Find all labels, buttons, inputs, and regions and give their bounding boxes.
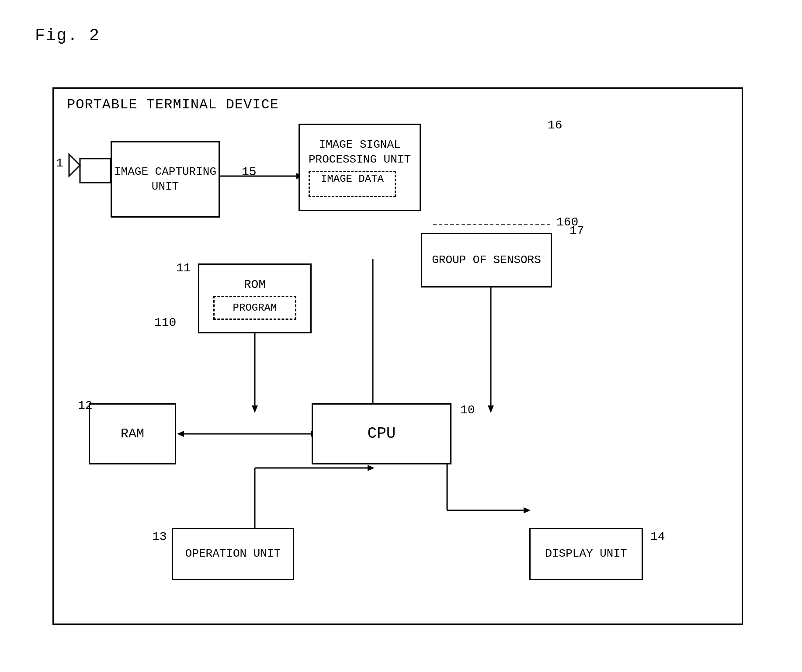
- rom-block: ROM PROGRAM: [198, 263, 312, 333]
- ref-11: 11: [176, 261, 191, 275]
- svg-marker-20: [69, 154, 80, 176]
- image-data-block: IMAGE DATA: [309, 171, 396, 197]
- ref-1: 1: [56, 156, 63, 170]
- ref-12: 12: [78, 399, 93, 412]
- program-block: PROGRAM: [213, 296, 296, 320]
- fig-label: Fig. 2: [35, 26, 100, 45]
- ref-16: 16: [548, 118, 562, 132]
- display-unit-block: DISPLAY UNIT: [529, 528, 643, 580]
- svg-marker-13: [368, 465, 375, 471]
- ref-110: 110: [154, 316, 176, 329]
- ref-17: 17: [569, 224, 584, 238]
- ref-15: 15: [242, 165, 257, 179]
- svg-marker-16: [524, 507, 531, 513]
- svg-marker-9: [177, 431, 184, 437]
- camera-icon: [67, 150, 115, 189]
- ref-13: 13: [152, 530, 167, 544]
- isp-label: IMAGE SIGNAL PROCESSING UNIT: [309, 138, 411, 167]
- image-signal-processing-block: IMAGE SIGNAL PROCESSING UNIT IMAGE DATA: [299, 124, 421, 211]
- ptd-label: PORTABLE TERMINAL DEVICE: [67, 97, 279, 113]
- ref-14: 14: [650, 530, 665, 544]
- main-container: PORTABLE TERMINAL DEVICE: [52, 87, 743, 625]
- cpu-block: CPU: [312, 403, 451, 464]
- operation-unit-block: OPERATION UNIT: [172, 528, 294, 580]
- svg-marker-7: [488, 405, 494, 413]
- svg-rect-19: [80, 159, 111, 183]
- group-of-sensors-block: GROUP OF SENSORS: [421, 233, 552, 288]
- ram-block: RAM: [89, 403, 176, 464]
- ref-10: 10: [460, 403, 475, 417]
- rom-label: ROM: [213, 277, 296, 293]
- svg-marker-5: [252, 405, 258, 413]
- image-capturing-unit-block: IMAGE CAPTURING UNIT: [111, 141, 220, 218]
